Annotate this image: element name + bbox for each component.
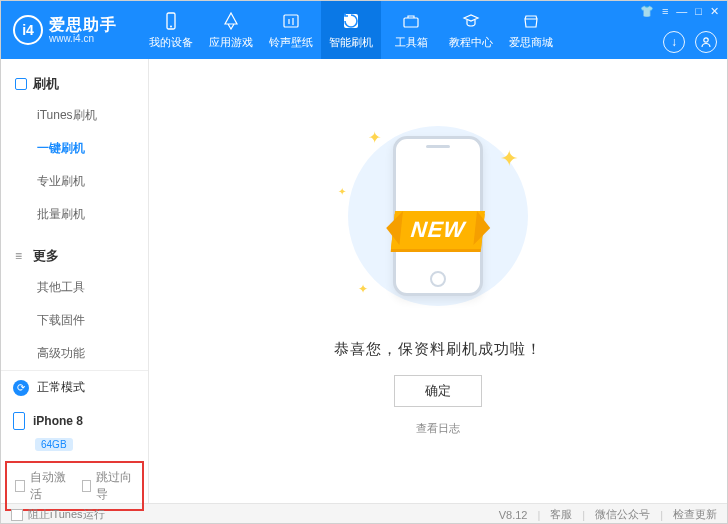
svg-rect-2 bbox=[284, 15, 298, 27]
section-more[interactable]: ≡ 更多 bbox=[1, 241, 148, 271]
version-label: V8.12 bbox=[499, 509, 528, 521]
section-flash[interactable]: 刷机 bbox=[1, 69, 148, 99]
sidebar-item-itunes-flash[interactable]: iTunes刷机 bbox=[1, 99, 148, 132]
store-icon bbox=[521, 11, 541, 31]
nav-store[interactable]: 爱思商城 bbox=[501, 1, 561, 59]
menu-icon[interactable]: ≡ bbox=[662, 5, 668, 18]
update-link[interactable]: 检查更新 bbox=[673, 507, 717, 522]
download-button[interactable]: ↓ bbox=[663, 31, 685, 53]
nav-tutorial[interactable]: 教程中心 bbox=[441, 1, 501, 59]
nav-label: 应用游戏 bbox=[209, 35, 253, 50]
nav-label: 教程中心 bbox=[449, 35, 493, 50]
device-row[interactable]: iPhone 8 bbox=[1, 404, 148, 438]
nav-label: 铃声壁纸 bbox=[269, 35, 313, 50]
flash-box-icon bbox=[15, 78, 27, 90]
checkbox-skip-guide[interactable]: 跳过向导 bbox=[82, 469, 135, 503]
section-title: 更多 bbox=[33, 247, 59, 265]
app-name: 爱思助手 bbox=[49, 16, 117, 34]
nav-flash[interactable]: 智能刷机 bbox=[321, 1, 381, 59]
nav-apps[interactable]: 应用游戏 bbox=[201, 1, 261, 59]
sidebar-item-advanced[interactable]: 高级功能 bbox=[1, 337, 148, 370]
flash-icon bbox=[341, 11, 361, 31]
close-icon[interactable]: ✕ bbox=[710, 5, 719, 18]
nav-label: 工具箱 bbox=[395, 35, 428, 50]
nav-label: 我的设备 bbox=[149, 35, 193, 50]
mode-icon: ⟳ bbox=[13, 380, 29, 396]
top-nav: 我的设备 应用游戏 铃声壁纸 智能刷机 工具箱 教程中心 爱思商城 bbox=[141, 1, 561, 59]
sidebar-item-one-click-flash[interactable]: 一键刷机 bbox=[1, 132, 148, 165]
svg-point-5 bbox=[704, 38, 708, 42]
more-icon: ≡ bbox=[15, 249, 27, 263]
mode-label: 正常模式 bbox=[37, 379, 85, 396]
support-link[interactable]: 客服 bbox=[550, 507, 572, 522]
ok-button[interactable]: 确定 bbox=[394, 375, 482, 407]
success-illustration: ✦ ✦ ✦ ✦ NEW bbox=[318, 116, 558, 316]
nav-ringtone[interactable]: 铃声壁纸 bbox=[261, 1, 321, 59]
main-content: ✦ ✦ ✦ ✦ NEW 恭喜您，保资料刷机成功啦！ 确定 查看日志 bbox=[149, 59, 727, 503]
device-name: iPhone 8 bbox=[33, 414, 83, 428]
wechat-link[interactable]: 微信公众号 bbox=[595, 507, 650, 522]
sidebar-item-batch-flash[interactable]: 批量刷机 bbox=[1, 198, 148, 231]
svg-point-1 bbox=[170, 25, 172, 27]
new-banner: NEW bbox=[391, 211, 485, 249]
nav-my-device[interactable]: 我的设备 bbox=[141, 1, 201, 59]
svg-rect-4 bbox=[404, 18, 418, 27]
checkbox-icon bbox=[15, 480, 25, 492]
tutorial-icon bbox=[461, 11, 481, 31]
window-controls: 👕 ≡ — □ ✕ bbox=[640, 5, 719, 18]
mode-row[interactable]: ⟳ 正常模式 bbox=[1, 371, 148, 404]
skin-icon[interactable]: 👕 bbox=[640, 5, 654, 18]
checkbox-auto-activate[interactable]: 自动激活 bbox=[15, 469, 68, 503]
minimize-icon[interactable]: — bbox=[676, 5, 687, 18]
toolbox-icon bbox=[401, 11, 421, 31]
maximize-icon[interactable]: □ bbox=[695, 5, 702, 18]
success-message: 恭喜您，保资料刷机成功啦！ bbox=[334, 340, 542, 359]
sidebar-item-other-tools[interactable]: 其他工具 bbox=[1, 271, 148, 304]
storage-badge: 64GB bbox=[35, 438, 73, 451]
sidebar-item-pro-flash[interactable]: 专业刷机 bbox=[1, 165, 148, 198]
nav-label: 爱思商城 bbox=[509, 35, 553, 50]
section-title: 刷机 bbox=[33, 75, 59, 93]
app-url: www.i4.cn bbox=[49, 33, 117, 44]
highlighted-options: 自动激活 跳过向导 bbox=[5, 461, 144, 511]
sidebar: 刷机 iTunes刷机 一键刷机 专业刷机 批量刷机 ≡ 更多 其他工具 下载固… bbox=[1, 59, 149, 503]
checkbox-block-itunes[interactable]: 阻止iTunes运行 bbox=[11, 507, 105, 522]
ringtone-icon bbox=[281, 11, 301, 31]
checkbox-label: 阻止iTunes运行 bbox=[28, 507, 105, 522]
checkbox-label: 自动激活 bbox=[30, 469, 68, 503]
nav-toolbox[interactable]: 工具箱 bbox=[381, 1, 441, 59]
view-log-link[interactable]: 查看日志 bbox=[416, 421, 460, 436]
nav-label: 智能刷机 bbox=[329, 35, 373, 50]
sidebar-item-download-firmware[interactable]: 下载固件 bbox=[1, 304, 148, 337]
user-button[interactable] bbox=[695, 31, 717, 53]
logo: i4 爱思助手 www.i4.cn bbox=[1, 15, 141, 45]
checkbox-icon bbox=[82, 480, 92, 492]
checkbox-label: 跳过向导 bbox=[96, 469, 134, 503]
logo-icon: i4 bbox=[13, 15, 43, 45]
apps-icon bbox=[221, 11, 241, 31]
checkbox-icon bbox=[11, 509, 23, 521]
device-icon bbox=[161, 11, 181, 31]
phone-icon bbox=[13, 412, 25, 430]
header: i4 爱思助手 www.i4.cn 我的设备 应用游戏 铃声壁纸 智能刷机 工具… bbox=[1, 1, 727, 59]
